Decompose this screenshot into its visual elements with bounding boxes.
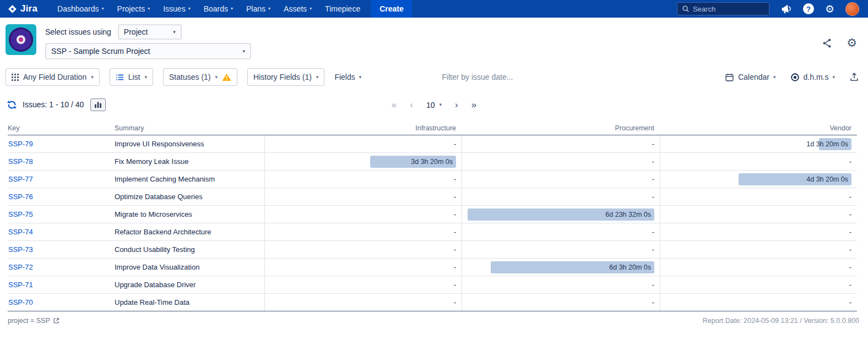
issue-table-body: SSP-79Improve UI Responsiveness--1d 3h 2…	[8, 135, 857, 311]
issue-key-link[interactable]: SSP-73	[8, 245, 33, 254]
nav-item-issues[interactable]: Issues ▾	[156, 0, 197, 18]
jql-query-text: project = SSP	[8, 317, 50, 325]
column-header-procurement[interactable]: Procurement	[462, 124, 660, 132]
issue-key-link[interactable]: SSP-78	[8, 157, 33, 166]
table-row: SSP-78Fix Memory Leak Issue3d 3h 20m 0s-…	[8, 153, 857, 171]
nav-item-projects[interactable]: Projects ▾	[111, 0, 157, 18]
jira-brand[interactable]: Jira	[8, 3, 37, 14]
empty-duration: -	[849, 281, 851, 289]
issue-summary: Optimize Database Queries	[115, 188, 264, 205]
page-size-select[interactable]: 10 ▾	[426, 100, 442, 109]
chevron-down-icon: ▾	[359, 75, 362, 80]
help-icon[interactable]: ?	[803, 3, 814, 14]
first-page-button[interactable]: «	[392, 100, 397, 109]
select-issues-label: Select issues using	[45, 28, 111, 36]
export-icon[interactable]	[849, 72, 859, 82]
column-header-key[interactable]: Key	[8, 124, 115, 132]
share-icon[interactable]	[822, 38, 832, 48]
report-settings-gear-icon[interactable]: ⚙	[847, 37, 857, 49]
empty-duration: -	[652, 245, 654, 254]
duration-cell: -	[660, 241, 857, 258]
issue-key-link[interactable]: SSP-71	[8, 281, 33, 289]
create-button[interactable]: Create	[371, 0, 412, 18]
chevron-down-icon: ▾	[832, 75, 835, 80]
empty-duration: -	[652, 140, 654, 148]
next-page-button[interactable]: ›	[455, 100, 458, 109]
duration-cell: -	[462, 171, 660, 188]
duration-cell: -	[462, 223, 660, 240]
issue-key-link[interactable]: SSP-70	[8, 298, 33, 306]
global-search[interactable]	[677, 2, 769, 15]
duration-cell: -	[660, 276, 857, 293]
feedback-megaphone-icon[interactable]	[780, 4, 792, 14]
pagination-row: Issues: 1 - 10 / 40 « ‹ 10 ▾ › »	[0, 96, 868, 113]
history-fields-button[interactable]: History Fields (1) ▾	[247, 68, 324, 86]
project-select[interactable]: SSP - Sample Scrum Project ▾	[45, 43, 251, 59]
issue-date-filter-input[interactable]	[442, 73, 535, 81]
search-input[interactable]	[693, 5, 764, 13]
empty-duration: -	[454, 245, 456, 254]
empty-duration: -	[454, 210, 456, 218]
nav-item-plans[interactable]: Plans ▾	[240, 0, 277, 18]
nav-item-timepiece[interactable]: Timepiece	[318, 0, 367, 18]
nav-item-label: Projects	[117, 4, 145, 13]
issue-key-cell: SSP-79	[8, 135, 115, 152]
nav-item-assets[interactable]: Assets ▾	[277, 0, 318, 18]
fields-button[interactable]: Fields ▾	[334, 73, 361, 81]
user-avatar[interactable]	[845, 2, 859, 16]
issue-key-link[interactable]: SSP-76	[8, 193, 33, 201]
last-page-button[interactable]: »	[471, 100, 476, 109]
search-icon	[682, 5, 690, 13]
chevron-down-icon: ▾	[148, 7, 150, 11]
nav-item-dashboards[interactable]: Dashboards ▾	[51, 0, 111, 18]
column-header-vendor[interactable]: Vendor	[660, 124, 857, 132]
empty-duration: -	[652, 193, 654, 201]
nav-item-label: Boards	[204, 4, 228, 13]
duration-cell: -	[264, 294, 462, 311]
duration-cell: -	[462, 153, 660, 170]
issue-key-link[interactable]: SSP-79	[8, 140, 33, 148]
issue-key-link[interactable]: SSP-74	[8, 228, 33, 236]
refresh-icon[interactable]	[7, 100, 17, 110]
chart-view-button[interactable]	[90, 98, 106, 111]
duration-cell: -	[660, 206, 857, 223]
table-row: SSP-73Conduct Usability Testing---	[8, 241, 857, 259]
fields-label: Fields	[334, 73, 355, 81]
issue-summary: Improve Data Visualization	[115, 259, 264, 276]
duration-field-button[interactable]: Any Field Duration ▾	[6, 68, 100, 86]
grid-icon	[12, 74, 19, 81]
settings-gear-icon[interactable]: ⚙	[825, 4, 834, 14]
jql-query-link[interactable]: project = SSP	[8, 317, 59, 325]
issue-key-link[interactable]: SSP-75	[8, 210, 33, 218]
calendar-button[interactable]: Calendar ▾	[725, 73, 775, 82]
time-format-button[interactable]: d.h.m.s ▾	[790, 73, 835, 82]
duration-cell: -	[660, 153, 857, 170]
column-header-summary[interactable]: Summary	[115, 124, 264, 132]
empty-duration: -	[849, 157, 851, 166]
table-header: Key Summary Infrastructure Procurement V…	[8, 121, 857, 135]
duration-cell: -	[660, 294, 857, 311]
issue-key-cell: SSP-72	[8, 259, 115, 276]
nav-item-boards[interactable]: Boards ▾	[197, 0, 240, 18]
issue-source-mode-select[interactable]: Project ▾	[118, 24, 182, 40]
issues-count: Issues: 1 - 10 / 40	[23, 100, 84, 109]
empty-duration: -	[849, 228, 851, 236]
column-header-infrastructure[interactable]: Infrastructure	[264, 124, 462, 132]
duration-bar: 1d 3h 20m 0s	[819, 138, 851, 150]
empty-duration: -	[454, 228, 456, 236]
table-row: SSP-74Refactor Backend Architecture---	[8, 223, 857, 241]
project-value: SSP - Sample Scrum Project	[51, 47, 150, 56]
duration-cell: -	[264, 206, 462, 223]
duration-cell: 3d 3h 20m 0s	[264, 153, 462, 170]
table-row: SSP-76Optimize Database Queries---	[8, 188, 857, 206]
prev-page-button[interactable]: ‹	[410, 100, 413, 109]
issue-key-link[interactable]: SSP-77	[8, 175, 33, 183]
issue-key-link[interactable]: SSP-72	[8, 263, 33, 271]
duration-cell: -	[462, 276, 660, 293]
view-mode-button[interactable]: List ▾	[110, 68, 153, 86]
pager: « ‹ 10 ▾ › »	[392, 100, 476, 109]
statuses-filter-button[interactable]: Statuses (1) ▾	[163, 68, 237, 86]
list-icon	[116, 74, 124, 81]
empty-duration: -	[454, 140, 456, 148]
issue-key-cell: SSP-74	[8, 223, 115, 240]
